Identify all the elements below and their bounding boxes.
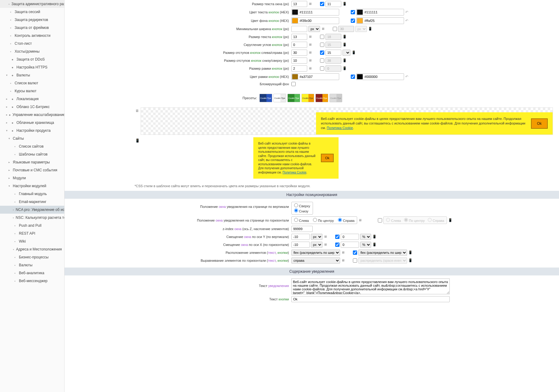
mobile-override-checkbox[interactable] [320,2,324,6]
btn-radius-input[interactable] [291,42,307,48]
btn-border-color-input[interactable] [299,74,339,79]
mobile-override-checkbox[interactable] [335,243,339,247]
sidebar-item-34[interactable]: ▪Веб-аналитика [0,269,64,277]
window-text-size-mobile-input[interactable] [325,1,341,7]
sidebar-item-3[interactable]: ▪Защита от фреймов [0,24,64,32]
sidebar-item-32[interactable]: ▪Бизнес-процессы [0,253,64,261]
sidebar-item-15[interactable]: ▸●Облачные хранилища [0,119,64,127]
sidebar-item-2[interactable]: ▪Защита редиректов [0,16,64,24]
mobile-override-checkbox[interactable] [378,218,382,222]
offset-y-input[interactable] [291,234,310,240]
sidebar-item-26[interactable]: ▪NCA pro: Уведомление об испо [0,206,64,214]
btn-text-size-input[interactable] [291,34,307,40]
color-swatch[interactable] [292,18,298,23]
window-text-size-input[interactable] [291,1,307,7]
radio-left[interactable] [294,218,298,222]
unit-select[interactable]: px [311,242,322,248]
sidebar-item-23[interactable]: ▾Настройки модулей [0,182,64,190]
sidebar-item-6[interactable]: ▪Хосты/домены [0,47,64,55]
sidebar-item-30[interactable]: ▪Wiki [0,237,64,245]
offset-x-input[interactable] [291,242,310,248]
sidebar-item-21[interactable]: ▸Почтовые и СМС события [0,166,64,174]
sidebar-item-27[interactable]: ▪NSC: Калькулятор расчета тов [0,214,64,222]
unit-select[interactable] [343,50,350,56]
mobile-override-checkbox[interactable] [320,51,324,55]
sidebar-item-10[interactable]: ▪Список валют [0,79,64,87]
sidebar-item-31[interactable]: ▪Адреса и Местоположения [0,245,64,253]
reset-icon[interactable]: ↶ [405,75,408,79]
btn-text-color-input[interactable] [299,9,339,15]
sidebar-item-4[interactable]: ▪Контроль активности [0,32,64,40]
unit-select[interactable]: px [311,234,322,240]
sidebar-item-33[interactable]: ▪Валюты [0,261,64,269]
color-swatch[interactable] [357,18,363,23]
unit-select-mobile[interactable]: % [360,242,371,248]
sidebar-item-14[interactable]: ▸●Управление масштабированием [0,111,64,119]
sidebar-item-24[interactable]: ▪Главный модуль [0,190,64,198]
preset-1[interactable]: CookieПри [259,94,272,102]
notification-text-textarea[interactable]: Веб-сайт использует cookie-файлы в целях… [291,278,450,294]
radio-top[interactable] [294,203,298,207]
btn-border-color-mobile-input[interactable] [364,74,403,79]
sidebar-item-12[interactable]: ▸●Локализация [0,95,64,103]
sidebar-item-20[interactable]: ▸Языковые параметры [0,158,64,166]
btn-text-input[interactable] [291,296,450,302]
radio-center[interactable] [313,218,317,222]
sidebar-item-8[interactable]: ●Настройка HTTPS [0,63,64,71]
mobile-override-checkbox[interactable] [351,19,355,23]
sidebar-item-5[interactable]: ▪Стоп-лист [0,40,64,47]
reset-icon[interactable]: ↶ [405,10,408,14]
cookie-ok-button[interactable]: Ok [321,154,334,162]
preset-4[interactable]: CookieПри [301,94,314,102]
sidebar-item-29[interactable]: ▪REST API [0,229,64,237]
sidebar-item-1[interactable]: ▪Защита сессий [0,8,64,16]
preset-3[interactable]: CookieПри [287,94,300,102]
mobile-override-checkbox[interactable] [320,58,324,63]
cookie-ok-button[interactable]: Ok [531,118,548,129]
sidebar-item-25[interactable]: ▪Email-маркетинг [0,198,64,206]
color-input-group[interactable] [291,9,339,16]
sidebar-item-9[interactable]: ▾●Валюты [0,71,64,79]
btn-bg-color-mobile-input[interactable] [364,18,403,23]
mobile-override-checkbox[interactable] [333,27,337,31]
mobile-override-checkbox[interactable] [351,10,355,14]
mobile-override-checkbox[interactable] [351,75,355,79]
sidebar-item-28[interactable]: ▪Push and Pull [0,222,64,229]
color-swatch[interactable] [357,74,363,79]
mobile-override-checkbox[interactable] [353,250,357,255]
unit-select[interactable]: px [308,26,320,32]
mobile-override-checkbox[interactable] [320,66,324,71]
offset-y-mobile-input[interactable] [341,234,359,240]
btn-bg-color-input[interactable] [299,18,339,23]
sidebar-item-17[interactable]: ▾Сайты [0,135,64,142]
btn-min-width-input[interactable] [291,26,307,32]
sidebar-item-7[interactable]: ●Защита от DDoS [0,55,64,63]
cookie-policy-link[interactable]: Политика Cookie [327,126,353,130]
sidebar-item-19[interactable]: ▪Шаблоны сайтов [0,150,64,158]
blocking-bg-checkbox[interactable] [291,82,296,86]
btn-pad-h-input[interactable] [291,50,307,56]
offset-x-mobile-input[interactable] [341,242,359,248]
color-swatch[interactable] [292,74,298,79]
btn-pad-v-input[interactable] [291,58,307,64]
sidebar-item-11[interactable]: ▪Курсы валют [0,87,64,95]
sidebar-item-18[interactable]: ▪Список сайтов [0,142,64,150]
radio-right[interactable] [338,218,342,222]
layout-select-mobile[interactable]: flex (распределить по ширине) [358,250,407,256]
unit-select-mobile[interactable]: % [360,234,371,240]
sidebar-item-16[interactable]: ▾●Настройки продукта [0,127,64,135]
color-swatch[interactable] [292,9,298,15]
preset-2[interactable]: CookieПри [273,94,286,102]
layout-select[interactable]: flex (распределить по ширине) [291,250,340,256]
mobile-override-checkbox[interactable] [335,235,339,239]
preset-5[interactable]: CookieПри [315,94,328,102]
sidebar-item-22[interactable]: ▸Модули [0,174,64,182]
cookie-policy-link[interactable]: Политика Cookie [283,171,306,174]
reset-icon[interactable]: ↶ [405,19,408,23]
align-select[interactable]: справа [291,257,340,264]
sidebar-item-35[interactable]: ▪Веб-мессенджер [0,277,64,285]
btn-pad-h-mobile-input[interactable] [325,50,341,56]
sidebar-item-13[interactable]: ▸●Облако 1С-Битрикс [0,103,64,111]
btn-border-w-input[interactable] [291,65,307,72]
zindex-input[interactable] [291,226,313,232]
